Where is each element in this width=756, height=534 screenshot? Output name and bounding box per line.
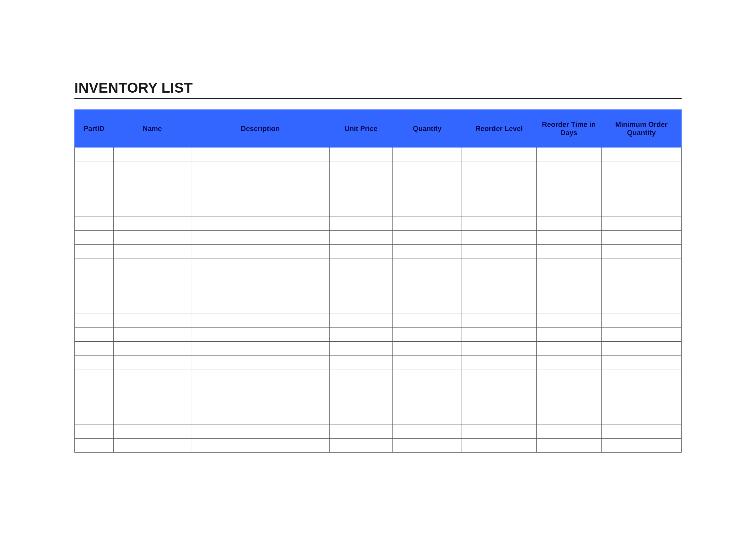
table-cell[interactable] [113,383,191,397]
table-cell[interactable] [330,203,393,217]
table-cell[interactable] [191,356,330,369]
table-cell[interactable] [536,217,601,231]
table-cell[interactable] [601,147,681,161]
table-cell[interactable] [462,328,537,342]
table-cell[interactable] [75,286,114,300]
table-cell[interactable] [601,342,681,356]
table-cell[interactable] [191,175,330,189]
table-cell[interactable] [536,161,601,175]
table-cell[interactable] [536,439,601,453]
table-cell[interactable] [601,258,681,272]
table-cell[interactable] [330,189,393,203]
table-cell[interactable] [601,231,681,244]
table-cell[interactable] [113,244,191,258]
table-cell[interactable] [330,231,393,244]
table-cell[interactable] [536,314,601,328]
table-cell[interactable] [392,314,462,328]
table-cell[interactable] [75,244,114,258]
table-cell[interactable] [191,328,330,342]
table-cell[interactable] [191,314,330,328]
table-cell[interactable] [601,439,681,453]
table-cell[interactable] [601,272,681,286]
table-cell[interactable] [462,258,537,272]
table-cell[interactable] [75,397,114,411]
table-cell[interactable] [536,356,601,369]
table-cell[interactable] [75,300,114,314]
table-cell[interactable] [113,425,191,439]
table-cell[interactable] [392,258,462,272]
table-cell[interactable] [113,217,191,231]
table-cell[interactable] [113,258,191,272]
table-cell[interactable] [536,342,601,356]
table-cell[interactable] [601,425,681,439]
table-cell[interactable] [392,161,462,175]
table-cell[interactable] [191,383,330,397]
table-cell[interactable] [462,189,537,203]
table-cell[interactable] [191,411,330,425]
table-cell[interactable] [113,272,191,286]
table-cell[interactable] [113,231,191,244]
table-cell[interactable] [330,397,393,411]
table-cell[interactable] [330,356,393,369]
table-cell[interactable] [75,147,114,161]
table-cell[interactable] [462,356,537,369]
table-cell[interactable] [462,161,537,175]
table-cell[interactable] [601,314,681,328]
table-cell[interactable] [191,244,330,258]
table-cell[interactable] [113,161,191,175]
table-cell[interactable] [330,369,393,383]
table-cell[interactable] [330,286,393,300]
table-cell[interactable] [536,147,601,161]
table-cell[interactable] [191,300,330,314]
table-cell[interactable] [75,383,114,397]
table-cell[interactable] [601,411,681,425]
table-cell[interactable] [330,328,393,342]
table-cell[interactable] [392,356,462,369]
table-cell[interactable] [462,314,537,328]
table-cell[interactable] [392,397,462,411]
table-cell[interactable] [191,439,330,453]
table-cell[interactable] [601,300,681,314]
table-cell[interactable] [75,217,114,231]
table-cell[interactable] [392,147,462,161]
table-cell[interactable] [392,300,462,314]
table-cell[interactable] [191,203,330,217]
table-cell[interactable] [75,356,114,369]
table-cell[interactable] [462,272,537,286]
table-cell[interactable] [191,272,330,286]
table-cell[interactable] [392,217,462,231]
table-cell[interactable] [392,231,462,244]
table-cell[interactable] [330,161,393,175]
table-cell[interactable] [330,175,393,189]
table-cell[interactable] [191,342,330,356]
table-cell[interactable] [330,425,393,439]
table-cell[interactable] [330,411,393,425]
table-cell[interactable] [462,425,537,439]
table-cell[interactable] [392,175,462,189]
table-cell[interactable] [330,244,393,258]
table-cell[interactable] [601,161,681,175]
table-cell[interactable] [536,175,601,189]
table-cell[interactable] [113,314,191,328]
table-cell[interactable] [75,369,114,383]
table-cell[interactable] [113,356,191,369]
table-cell[interactable] [462,217,537,231]
table-cell[interactable] [75,258,114,272]
table-cell[interactable] [113,189,191,203]
table-cell[interactable] [601,383,681,397]
table-cell[interactable] [462,369,537,383]
table-cell[interactable] [75,203,114,217]
table-cell[interactable] [113,286,191,300]
table-cell[interactable] [601,356,681,369]
table-cell[interactable] [601,189,681,203]
table-cell[interactable] [330,383,393,397]
table-cell[interactable] [191,397,330,411]
table-cell[interactable] [392,411,462,425]
table-cell[interactable] [462,231,537,244]
table-cell[interactable] [330,314,393,328]
table-cell[interactable] [113,328,191,342]
table-cell[interactable] [601,244,681,258]
table-cell[interactable] [113,439,191,453]
table-cell[interactable] [330,439,393,453]
table-cell[interactable] [536,383,601,397]
